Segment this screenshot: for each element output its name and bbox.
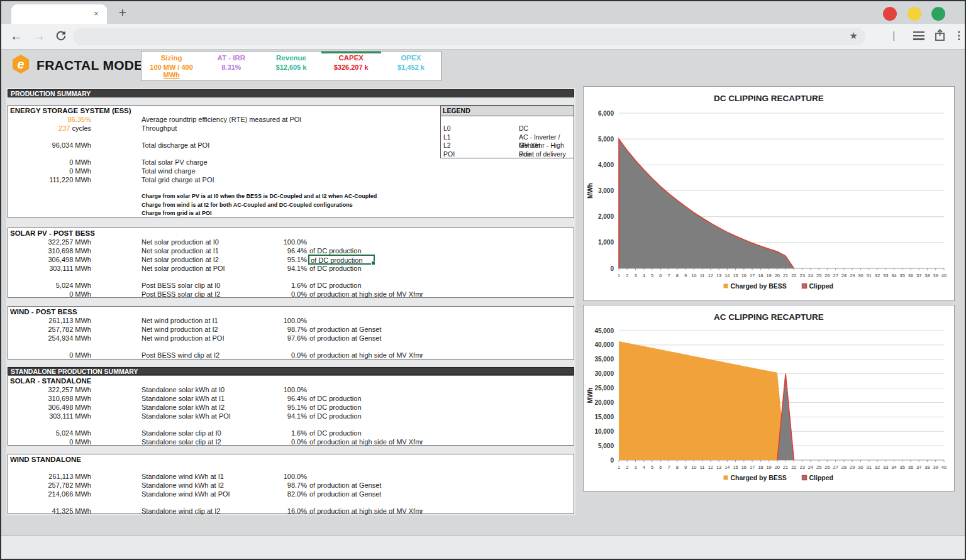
svg-text:2: 2 xyxy=(626,464,628,470)
traffic-light-green[interactable] xyxy=(931,7,945,21)
svg-text:34: 34 xyxy=(891,273,896,278)
traffic-light-yellow[interactable] xyxy=(908,7,921,21)
svg-text:3,000: 3,000 xyxy=(598,187,614,194)
svg-text:10: 10 xyxy=(691,464,696,470)
desc-cell: of production at Genset xyxy=(309,325,381,334)
label-cell: Standalone solar clip at I0 xyxy=(142,429,221,437)
label-cell: Post BESS wind clip at I2 xyxy=(142,351,219,360)
value-cell: 237 cycles xyxy=(8,124,91,133)
value-cell: 41,325 MWh xyxy=(8,507,91,515)
svg-text:20,000: 20,000 xyxy=(594,399,614,406)
percent-cell: 95.1% xyxy=(235,403,307,412)
svg-text:40: 40 xyxy=(941,273,947,278)
ac-clipping-chart-title: AC CLIPPING RECAPTURE xyxy=(584,305,954,327)
row-spacer xyxy=(8,273,574,281)
percent-cell: 97.6% xyxy=(235,334,307,343)
value-cell: 0 MWh xyxy=(8,351,91,360)
brand-name: FRACTAL MODEL xyxy=(36,58,152,73)
percent-cell: 0.0% xyxy=(235,351,307,360)
bookmark-star-icon[interactable]: ★ xyxy=(850,30,858,41)
svg-text:16: 16 xyxy=(741,273,747,278)
label-cell: Total discharge at POI xyxy=(142,141,209,150)
forward-button[interactable]: → xyxy=(31,29,47,43)
svg-text:MWh: MWh xyxy=(586,387,594,403)
stat-value: $326,207 k xyxy=(321,64,381,72)
desc-cell: of production at Genset xyxy=(309,490,381,498)
value-cell: 257,782 MWh xyxy=(8,325,91,334)
selected-cell[interactable]: of DC production xyxy=(308,255,375,265)
reload-button[interactable] xyxy=(53,30,69,45)
stat-sizing[interactable]: Sizing100 MW / 400MWh xyxy=(142,52,201,80)
svg-text:17: 17 xyxy=(750,464,755,470)
svg-text:23: 23 xyxy=(799,273,804,278)
kebab-menu-icon[interactable]: ⋮ xyxy=(953,29,964,42)
row-spacer xyxy=(8,420,574,429)
menu-icon[interactable] xyxy=(913,31,924,42)
percent-cell: 16.0% xyxy=(235,507,307,515)
label-cell: Standalone wind kWh at I1 xyxy=(142,472,224,481)
value-cell: 5,024 MWh xyxy=(8,429,91,437)
stat-revenue[interactable]: Revenue$12,605 k xyxy=(261,52,321,80)
stat-opex[interactable]: OPEX$1,452 k xyxy=(381,52,441,80)
percent-cell: 96.4% xyxy=(235,394,307,403)
legend-row: POIPoint of delivery xyxy=(441,150,574,159)
percent-cell: 82.0% xyxy=(235,490,307,498)
legend-term: L0 xyxy=(443,124,451,133)
table-row: 303,111 MWhStandalone solar kWh at POI94… xyxy=(8,412,574,420)
svg-text:15: 15 xyxy=(733,273,738,278)
browser-tab[interactable]: × xyxy=(11,4,107,24)
table-row: 0 MWhTotal wind charge xyxy=(8,167,574,175)
percent-cell: 94.1% xyxy=(235,412,307,420)
svg-text:33: 33 xyxy=(883,464,888,470)
svg-text:13: 13 xyxy=(716,273,721,278)
label-cell: Standalone solar kWh at I2 xyxy=(142,403,225,412)
traffic-light-red[interactable] xyxy=(883,7,897,21)
footnote: Charge from wind is at I2 for both AC-Co… xyxy=(8,201,574,210)
svg-text:16: 16 xyxy=(741,464,747,470)
stat-at-irr[interactable]: AT - IRR8.31% xyxy=(201,52,261,80)
url-bar[interactable]: ★ xyxy=(73,28,865,45)
svg-text:39: 39 xyxy=(933,464,938,470)
ac-clipping-chart-svg: 05,00010,00015,00020,00025,00030,00035,0… xyxy=(584,327,954,491)
svg-text:37: 37 xyxy=(916,464,921,470)
svg-text:26: 26 xyxy=(824,273,830,278)
section-title: SOLAR - STANDALONE xyxy=(8,376,574,385)
percent-cell: 98.7% xyxy=(235,481,307,490)
svg-text:10,000: 10,000 xyxy=(594,428,614,435)
row-spacer xyxy=(8,498,574,507)
svg-text:39: 39 xyxy=(933,273,938,278)
svg-text:18: 18 xyxy=(758,273,763,278)
value-cell: 214,066 MWh xyxy=(8,490,91,498)
svg-text:25: 25 xyxy=(816,273,821,278)
svg-text:21: 21 xyxy=(783,273,788,278)
back-button[interactable]: ← xyxy=(9,29,24,43)
svg-text:5: 5 xyxy=(651,464,653,470)
table-row: 0 MWhPost BESS solar clip at I20.0%of pr… xyxy=(8,290,574,299)
svg-text:6: 6 xyxy=(659,273,662,278)
ac-clipping-chart-panel: AC CLIPPING RECAPTURE05,00010,00015,0002… xyxy=(583,305,955,491)
stats-panel: Sizing100 MW / 400MWhAT - IRR8.31%Revenu… xyxy=(141,51,441,81)
tab-close-icon[interactable]: × xyxy=(91,9,101,19)
label-cell: Standalone solar kWh at POI xyxy=(142,412,231,420)
svg-text:5: 5 xyxy=(651,273,653,278)
percent-cell: 94.1% xyxy=(235,264,307,273)
value-cell: 303,111 MWh xyxy=(8,264,91,273)
svg-text:24: 24 xyxy=(808,464,813,470)
svg-text:8: 8 xyxy=(676,273,679,278)
percent-cell: 100.0% xyxy=(235,238,307,246)
share-icon[interactable] xyxy=(935,29,945,44)
desc-cell: of production at high side of MV Xfmr xyxy=(309,437,423,446)
label-cell: Net wind production at I2 xyxy=(142,325,218,334)
stat-capex[interactable]: CAPEX$326,207 k xyxy=(321,52,381,80)
new-tab-button[interactable]: + xyxy=(114,4,131,21)
tab-strip: × + xyxy=(1,1,965,24)
table-row: 261,113 MWhNet wind production at I1100.… xyxy=(8,316,574,325)
label-cell: Standalone wind kWh at I2 xyxy=(142,481,224,490)
section-wind-post-bess: WIND - POST BESS261,113 MWhNet wind prod… xyxy=(8,306,574,360)
svg-text:34: 34 xyxy=(891,464,896,470)
percent-cell: 0.0% xyxy=(235,290,307,299)
svg-text:24: 24 xyxy=(808,273,813,278)
table-row: 303,111 MWhNet solar production at POI94… xyxy=(8,264,574,273)
stat-label: CAPEX xyxy=(321,54,381,62)
stat-label: OPEX xyxy=(381,54,441,62)
